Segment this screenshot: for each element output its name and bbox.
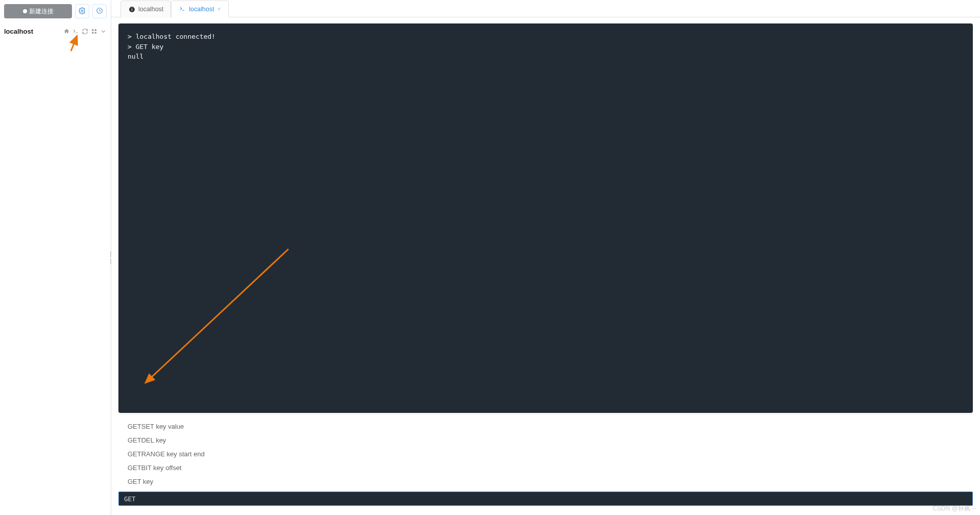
terminal-output[interactable]: > localhost connected! > GET key null <box>118 23 973 413</box>
command-input[interactable] <box>118 492 973 506</box>
svg-rect-2 <box>92 29 93 31</box>
svg-rect-5 <box>94 32 96 34</box>
tab-terminal-localhost[interactable]: localhost × <box>171 1 228 17</box>
refresh-icon[interactable] <box>81 28 88 35</box>
svg-rect-8 <box>131 8 132 8</box>
autocomplete-item[interactable]: GETSET key value <box>118 420 973 433</box>
terminal-icon[interactable] <box>72 28 79 35</box>
close-icon[interactable]: × <box>217 6 221 13</box>
home-icon[interactable] <box>63 28 70 35</box>
sidebar: 新建连接 localhost <box>0 0 111 515</box>
autocomplete-item[interactable]: GETBIT key offset <box>118 461 973 475</box>
tab-info-localhost[interactable]: localhost <box>120 1 171 17</box>
watermark: CSDN @秋枫 -- <box>933 504 976 513</box>
new-connection-button[interactable]: 新建连接 <box>4 4 72 18</box>
log-button[interactable] <box>92 4 107 18</box>
connection-tools <box>63 28 107 35</box>
tab-label: localhost <box>189 6 214 13</box>
svg-rect-4 <box>92 32 93 34</box>
tab-bar: localhost localhost × <box>111 0 980 17</box>
gear-icon <box>79 7 86 16</box>
settings-button[interactable] <box>75 4 89 18</box>
terminal-panel: > localhost connected! > GET key null GE… <box>111 17 980 515</box>
grid-icon[interactable] <box>90 28 97 35</box>
autocomplete-item[interactable]: GETDEL key <box>118 433 973 447</box>
autocomplete-item[interactable]: GETRANGE key start end <box>118 447 973 461</box>
terminal-line: null <box>128 52 964 62</box>
svg-rect-7 <box>131 9 132 11</box>
terminal-line: > GET key <box>128 42 964 52</box>
tab-label: localhost <box>138 6 163 13</box>
autocomplete-item[interactable]: GET key <box>118 475 973 488</box>
terminal-line: > localhost connected! <box>128 32 964 42</box>
sidebar-toolbar: 新建连接 <box>0 0 111 22</box>
autocomplete-popup: GETSET key value GETDEL key GETRANGE key… <box>118 414 973 492</box>
clock-icon <box>96 7 103 16</box>
connection-name: localhost <box>4 28 33 35</box>
splitter-handle[interactable] <box>108 250 114 266</box>
chevron-down-icon[interactable] <box>100 28 107 35</box>
terminal-icon <box>179 6 186 13</box>
main-area: localhost localhost × > localhost connec… <box>111 0 980 515</box>
svg-point-0 <box>81 10 83 12</box>
connection-row[interactable]: localhost <box>0 22 111 40</box>
svg-rect-3 <box>94 29 96 31</box>
info-icon <box>128 6 135 13</box>
new-connection-label: 新建连接 <box>29 7 54 16</box>
